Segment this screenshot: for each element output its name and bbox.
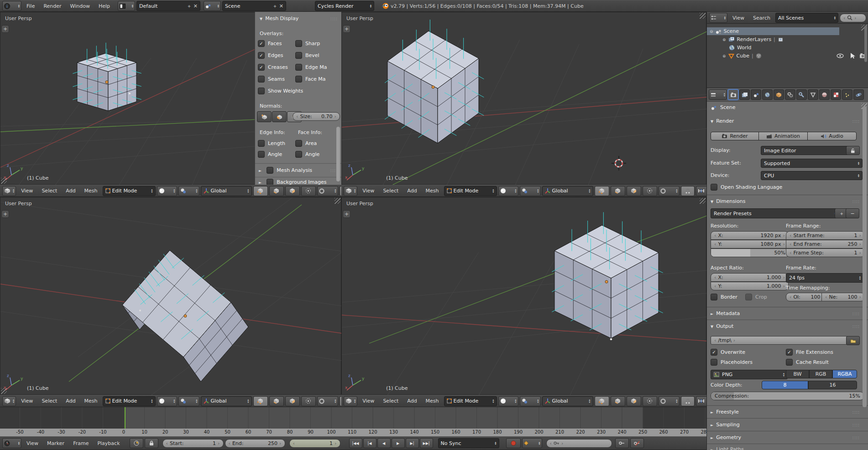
add-menu[interactable]: Add (403, 398, 420, 404)
current-frame-field[interactable]: 1 (289, 439, 340, 448)
mode-dropdown[interactable]: Edit Mode (444, 186, 497, 196)
border-checkbox[interactable] (711, 294, 717, 300)
show-weights-checkbox[interactable] (258, 88, 265, 94)
mesh-menu[interactable]: Mesh (81, 188, 101, 194)
jump-to-end-button[interactable]: ▶▶| (420, 438, 433, 448)
face-angle-checkbox[interactable] (295, 151, 302, 158)
collapse-icon[interactable]: ⊖ (710, 29, 713, 34)
mesh-display-header[interactable]: Mesh Display (260, 16, 298, 21)
mesh-menu[interactable]: Mesh (422, 188, 443, 194)
remap-new-field[interactable]: Ne:100 (821, 293, 865, 301)
render-engine-selector[interactable]: Cycles Render (315, 1, 374, 11)
limit-to-visible-button[interactable] (301, 186, 316, 196)
pivot-dropdown[interactable] (178, 186, 199, 196)
limit-to-visible-button[interactable] (643, 396, 657, 406)
scene-selector[interactable]: Scene ＋ ✕ (222, 1, 286, 11)
keying-set-field[interactable] (546, 439, 612, 448)
add-menu[interactable]: Add (62, 188, 79, 194)
limit-to-visible-button[interactable] (301, 396, 316, 406)
edge-angle-checkbox[interactable] (258, 151, 265, 158)
edges-checkbox[interactable] (258, 52, 265, 59)
resolution-percent-slider[interactable]: 50% (711, 248, 790, 257)
timeline-editor-button[interactable] (2, 438, 21, 448)
start-frame-field[interactable]: Start: 1 (162, 439, 224, 448)
normals-size-field[interactable]: Size: 0.70 (293, 112, 340, 121)
file-browse-button[interactable] (846, 336, 860, 345)
timeline-track[interactable] (0, 407, 706, 429)
jump-to-start-button[interactable]: |◀◀ (349, 438, 362, 448)
tab-data[interactable] (808, 89, 818, 100)
info-editor-button[interactable]: i (2, 1, 21, 11)
mesh-menu[interactable]: Mesh (422, 398, 443, 404)
toolshelf-expand-button[interactable] (343, 25, 350, 33)
layout-close-button[interactable]: ✕ (193, 3, 198, 9)
start-frame-field[interactable]: Start Frame:1 (786, 231, 865, 240)
viewport-shading-dropdown[interactable] (157, 396, 177, 406)
panel-drag-dots[interactable]: :::: (852, 324, 860, 329)
editor-type-button[interactable] (2, 396, 16, 406)
outliner-row-scene[interactable]: ⊖ Scene (707, 27, 739, 35)
preview-range-button[interactable] (130, 438, 143, 448)
play-button[interactable]: ▶ (392, 438, 405, 448)
resolution-x-field[interactable]: X:1920 px (711, 231, 789, 240)
viewport-canvas[interactable] (0, 197, 342, 395)
tab-modifiers[interactable] (796, 89, 807, 100)
vertex-select-button[interactable] (595, 396, 609, 406)
screen-layout-icon-button[interactable] (118, 1, 135, 11)
split-normals-button[interactable] (272, 111, 287, 122)
transform-orientation-dropdown[interactable]: Global (201, 396, 252, 406)
end-frame-field[interactable]: End: 250 (225, 439, 285, 448)
select-menu[interactable]: Select (379, 398, 402, 404)
help-menu[interactable]: Help (95, 3, 114, 9)
outliner-filter-dropdown[interactable]: All Scenes (775, 13, 838, 23)
pivot-dropdown[interactable] (520, 186, 541, 196)
frame-step-field[interactable]: Frame Step:1 (786, 248, 865, 257)
autokey-mode-dropdown[interactable] (522, 438, 542, 448)
file-format-dropdown[interactable]: PNG (711, 370, 788, 379)
prev-keyframe-button[interactable]: |◀ (363, 438, 376, 448)
osl-checkbox[interactable] (711, 184, 717, 191)
view-menu[interactable]: View (17, 188, 37, 194)
face-select-button[interactable] (627, 396, 641, 406)
outliner-row-cube[interactable]: ⊕ Cube | (707, 52, 762, 60)
snap-element-dropdown[interactable] (696, 186, 706, 196)
tab-constraints[interactable] (785, 89, 795, 100)
timeline-marker-menu[interactable]: Marker (43, 440, 68, 446)
panel-drag-dots[interactable]: :::: (852, 311, 860, 316)
expand-icon[interactable]: ⊕ (722, 54, 726, 58)
mesh-analysis-checkbox[interactable] (267, 167, 273, 174)
seams-checkbox[interactable] (258, 76, 265, 83)
limit-to-visible-button[interactable] (643, 186, 657, 196)
toolshelf-expand-button[interactable] (343, 210, 350, 218)
aspect-x-field[interactable]: X:1.000 (711, 273, 789, 282)
transform-orientation-dropdown[interactable]: Global (201, 186, 252, 196)
properties-scrollbar[interactable] (863, 106, 867, 407)
faces-checkbox[interactable] (258, 40, 265, 47)
outliner-search-menu[interactable]: Search (749, 15, 774, 21)
rgb-button[interactable]: RGB (809, 370, 832, 378)
view-menu[interactable]: View (359, 188, 378, 194)
face-marks-checkbox[interactable] (295, 76, 302, 83)
edge-select-button[interactable] (611, 186, 625, 196)
mesh-analysis-header[interactable] (259, 167, 264, 173)
expand-icon[interactable]: ⊕ (722, 37, 726, 42)
depth-16-button[interactable]: 16 (808, 381, 857, 389)
view-menu[interactable]: View (359, 398, 378, 404)
sync-mode-dropdown[interactable]: No Sync (438, 438, 499, 448)
end-frame-field[interactable]: End Frame:250 (786, 240, 865, 248)
mode-dropdown[interactable]: Edit Mode (103, 396, 156, 406)
play-reverse-button[interactable]: ◀ (377, 438, 391, 448)
pivot-dropdown[interactable] (178, 396, 199, 406)
crop-checkbox[interactable] (745, 294, 752, 300)
compression-slider[interactable]: Compression: 15% (711, 392, 864, 400)
face-select-button[interactable] (285, 186, 300, 196)
viewport-shading-dropdown[interactable] (157, 186, 177, 196)
rgba-button[interactable]: RGBA (832, 370, 857, 378)
placeholders-checkbox[interactable] (711, 359, 717, 366)
tab-world[interactable] (762, 89, 773, 100)
vertex-select-button[interactable] (253, 396, 268, 406)
area-resize-grip[interactable] (700, 13, 706, 19)
tab-material[interactable] (819, 89, 830, 100)
geometry-panel-header[interactable]: Geometry (711, 434, 741, 440)
timeline-playback-menu[interactable]: Playback (94, 440, 123, 446)
